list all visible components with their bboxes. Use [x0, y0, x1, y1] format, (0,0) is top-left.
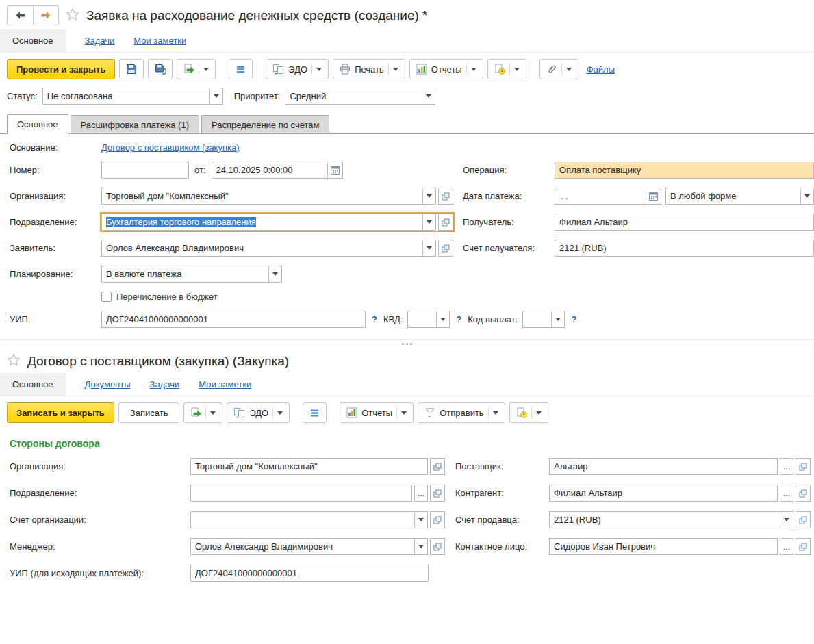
kvd-help-link[interactable]: ?	[456, 314, 461, 324]
document-date-field[interactable]	[212, 162, 343, 179]
back-button[interactable]	[8, 6, 33, 25]
save-refresh-button[interactable]	[148, 59, 173, 79]
report-chart-icon	[346, 407, 357, 418]
payment-date-field[interactable]: . .	[555, 188, 661, 205]
uip-help-link[interactable]: ?	[372, 314, 377, 324]
tab-payment-breakdown[interactable]: Расшифровка платежа (1)	[71, 115, 199, 133]
manager-field[interactable]: Орлов Александр Владимирович	[190, 538, 428, 555]
nav-tab-main[interactable]: Основное	[0, 29, 66, 52]
edo-button[interactable]: ЭДО	[227, 402, 290, 423]
reports-button[interactable]: Отчеты	[340, 402, 414, 423]
request-form: Основание: Договор с поставщиком (закупк…	[0, 134, 814, 339]
department-open-button[interactable]	[430, 485, 445, 502]
favorite-star-icon[interactable]	[7, 353, 21, 369]
tab-main[interactable]: Основное	[7, 114, 68, 134]
counterparty-choose-button[interactable]: ...	[780, 485, 793, 502]
nav-tab-documents[interactable]: Документы	[85, 379, 131, 389]
history-doc-button[interactable]	[509, 402, 548, 423]
priority-select[interactable]: Средний	[285, 88, 435, 105]
department-open-button[interactable]	[438, 214, 453, 231]
attachments-button[interactable]	[539, 59, 578, 79]
nav-tab-tasks[interactable]: Задачи	[150, 379, 180, 389]
save-button[interactable]: Записать	[118, 402, 180, 423]
department-field[interactable]: Бухгалтерия торгового направления	[101, 214, 436, 231]
organization-field[interactable]: Торговый дом "Комплексный"	[101, 188, 436, 205]
manager-open-button[interactable]	[430, 538, 445, 555]
manager-dropdown-button[interactable]	[414, 539, 427, 554]
edo-button[interactable]: ЭДО	[266, 59, 329, 79]
supplier-open-button[interactable]	[796, 458, 811, 475]
uip-input[interactable]	[191, 568, 428, 578]
history-doc-button[interactable]	[487, 59, 526, 79]
payout-code-select[interactable]	[522, 311, 565, 328]
status-select[interactable]: Не согласована	[42, 88, 223, 105]
send-button[interactable]: Отправить	[418, 402, 505, 423]
organization-dropdown-button[interactable]	[422, 188, 435, 204]
priority-dropdown-button[interactable]	[422, 88, 435, 104]
nav-tab-notes[interactable]: Мои заметки	[199, 379, 251, 389]
save-button[interactable]	[119, 59, 144, 79]
supplier-choose-button[interactable]: ...	[780, 458, 793, 475]
payout-code-help-link[interactable]: ?	[571, 314, 576, 324]
budget-transfer-checkbox[interactable]	[101, 292, 112, 302]
counterparty-field[interactable]: Филиал Альтаир	[549, 485, 778, 502]
planning-select[interactable]: В валюте платежа	[101, 266, 282, 283]
kvd-select[interactable]	[407, 311, 450, 328]
recipient-account-field[interactable]: 2121 (RUB)	[555, 240, 814, 257]
operation-field[interactable]: Оплата поставщику	[555, 162, 814, 179]
kvd-dropdown-button[interactable]	[436, 311, 449, 327]
planning-dropdown-button[interactable]	[268, 266, 281, 282]
counterparty-open-button[interactable]	[796, 485, 811, 502]
department-choose-button[interactable]: ...	[414, 485, 428, 502]
status-dropdown-button[interactable]	[209, 88, 222, 104]
organization-open-button[interactable]	[430, 458, 445, 475]
seller-account-field[interactable]: 2121 (RUB)	[549, 511, 793, 528]
org-account-open-button[interactable]	[430, 511, 445, 528]
reports-button[interactable]: Отчеты	[409, 59, 483, 79]
post-and-close-button[interactable]: Провести и закрыть	[7, 59, 115, 79]
payment-form-select[interactable]: В любой форме	[665, 188, 814, 205]
number-field[interactable]	[101, 162, 189, 179]
number-input[interactable]	[102, 165, 188, 175]
contact-open-button[interactable]	[796, 538, 811, 555]
seller-account-open-button[interactable]	[796, 511, 811, 528]
uip-input[interactable]	[102, 314, 365, 324]
nav-tab-tasks[interactable]: Задачи	[85, 36, 115, 46]
payout-code-dropdown-button[interactable]	[551, 311, 564, 327]
window-splitter-handle[interactable]	[0, 339, 814, 348]
nav-tab-main[interactable]: Основное	[0, 373, 66, 396]
basis-link[interactable]: Договор с поставщиком (закупка)	[101, 142, 240, 153]
supplier-field[interactable]: Альтаир	[549, 458, 778, 475]
applicant-dropdown-button[interactable]	[422, 240, 435, 256]
organization-field[interactable]: Торговый дом "Комплексный"	[190, 458, 428, 475]
org-account-field[interactable]	[190, 511, 428, 528]
applicant-open-button[interactable]	[438, 240, 453, 257]
structure-button[interactable]	[229, 59, 253, 79]
org-account-dropdown-button[interactable]	[414, 512, 427, 528]
seller-account-dropdown-button[interactable]	[780, 512, 793, 528]
nav-tab-notes[interactable]: Мои заметки	[133, 36, 186, 46]
files-link[interactable]: Файлы	[587, 64, 615, 75]
structure-button[interactable]	[303, 402, 327, 423]
create-based-on-button[interactable]	[177, 59, 216, 79]
payment-form-dropdown-button[interactable]	[800, 188, 813, 204]
favorite-star-icon[interactable]	[66, 8, 79, 23]
calendar-button[interactable]	[327, 162, 342, 178]
applicant-field[interactable]: Орлов Александр Владимирович	[101, 240, 436, 257]
calendar-button[interactable]	[646, 188, 661, 204]
department-dropdown-button[interactable]	[422, 214, 435, 230]
contact-choose-button[interactable]: ...	[780, 538, 793, 555]
recipient-field[interactable]: Филиал Альтаир	[555, 214, 814, 231]
forward-button[interactable]	[33, 6, 58, 25]
tab-account-distribution[interactable]: Распределение по счетам	[201, 115, 329, 133]
applicant-value: Орлов Александр Владимирович	[102, 243, 422, 253]
save-and-close-button[interactable]: Записать и закрыть	[7, 402, 114, 423]
department-field[interactable]	[190, 485, 412, 502]
uip-field[interactable]	[190, 565, 429, 582]
create-based-on-button[interactable]	[183, 402, 222, 423]
document-date-input[interactable]	[212, 165, 327, 175]
contact-field[interactable]: Сидоров Иван Петрович	[549, 538, 778, 555]
uip-field[interactable]	[101, 311, 366, 328]
organization-open-button[interactable]	[438, 188, 453, 205]
print-button[interactable]: Печать	[333, 59, 405, 79]
